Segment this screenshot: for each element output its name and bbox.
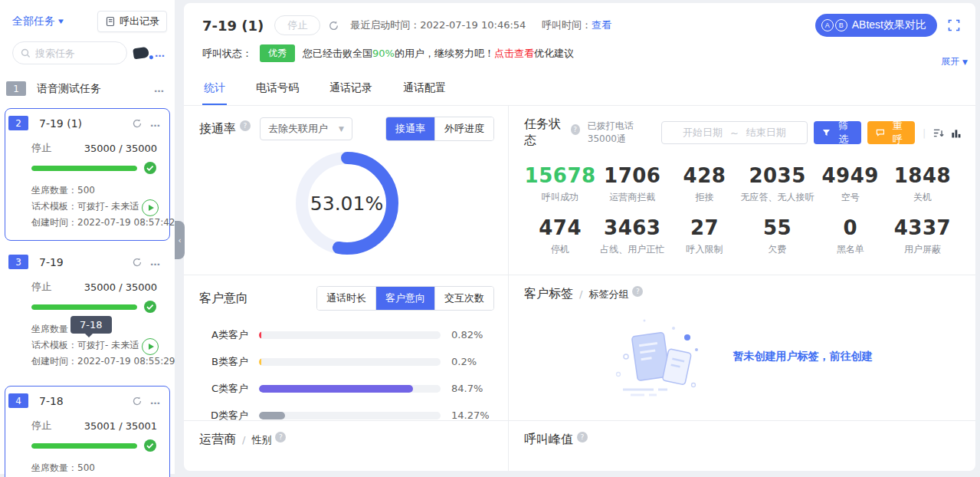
exclude-lost-users-dropdown[interactable]: 去除失联用户 ▼: [260, 117, 352, 140]
task-card-3[interactable]: 3 7-19 … 停止 35000 / 35000 坐席数量：500: [5, 247, 170, 380]
info-icon[interactable]: ?: [240, 120, 251, 131]
task-more-menu[interactable]: …: [154, 83, 166, 94]
task-more-menu[interactable]: …: [150, 256, 162, 268]
task-progress-bar: [31, 304, 137, 310]
task-index-badge: 3: [8, 255, 28, 269]
callout-records-button[interactable]: 呼出记录: [97, 11, 167, 32]
task-template: 话术模板：可拨打- 未来适: [31, 199, 157, 215]
intention-toggle-group: 通话时长 客户意向 交互次数: [316, 286, 494, 311]
stat-carrier-block: 1706运营商拦截: [596, 164, 668, 204]
connect-rate-donut-chart: 53.01%: [199, 146, 494, 261]
task-card-4[interactable]: 4 7-18 … 停止 35001 / 35001 坐席数量：500: [5, 386, 170, 477]
toggle-customer-intention[interactable]: 客户意向: [375, 287, 434, 310]
carrier-title: 运营商: [199, 432, 236, 448]
bar-chart-icon[interactable]: [951, 127, 962, 139]
task-title: 语音测试任务: [37, 82, 154, 96]
chevron-down-icon: ▼: [962, 58, 968, 66]
last-start-label: 最近启动时间：: [350, 19, 420, 31]
task-more-menu[interactable]: …: [150, 117, 162, 129]
refresh-icon[interactable]: [328, 20, 339, 31]
call-status-label: 呼叫状态：: [202, 47, 252, 61]
date-range-picker[interactable]: 开始日期 ~ 结束日期: [661, 121, 808, 144]
task-item-1[interactable]: 1 语音测试任务 …: [0, 72, 175, 105]
status-text: 的用户，继续努力吧！: [395, 47, 494, 61]
filter-button[interactable]: 筛选: [814, 121, 861, 144]
task-status-label: 停止: [31, 419, 51, 433]
status-text: 您已经击败全国: [303, 47, 372, 61]
task-seats: 坐席数量：500: [31, 460, 157, 476]
help-icon[interactable]: ?: [275, 432, 286, 442]
stat-no-answer: 2035无应答、无人接听: [741, 164, 814, 204]
date-separator: ~: [730, 127, 739, 139]
tab-phone-numbers[interactable]: 电话号码: [254, 71, 300, 105]
optimize-link[interactable]: 点击查看: [494, 47, 534, 61]
refresh-icon[interactable]: [132, 257, 143, 268]
task-progress-count: 35001 / 35001: [84, 420, 157, 432]
empty-docs-illustration: [614, 314, 713, 399]
sidebar-more-menu[interactable]: …: [155, 48, 166, 59]
task-tooltip: 7-18: [70, 316, 112, 334]
task-status-section: 任务状态 ? 已拨打电话35000通 开始日期 ~ 结束日期 筛选: [509, 106, 975, 275]
gender-link[interactable]: 性别: [251, 433, 271, 447]
help-icon[interactable]: ?: [577, 432, 588, 442]
help-icon[interactable]: ?: [632, 286, 643, 297]
customer-intention-section: 客户意向 通话时长 客户意向 交互次数 A类客户 0.82%: [184, 275, 509, 420]
all-tasks-filter[interactable]: 全部任务 ▼: [12, 15, 64, 28]
call-time-view-link[interactable]: 查看: [592, 19, 611, 31]
chevron-down-icon: ▼: [58, 18, 64, 25]
stat-busy: 3463占线、用户正忙: [596, 216, 668, 256]
chevron-down-icon: ▼: [339, 125, 344, 133]
date-end-placeholder: 结束日期: [746, 126, 786, 140]
bar-row-c: C类客户 84.7%: [199, 375, 494, 402]
refresh-icon[interactable]: [132, 396, 143, 406]
abtest-compare-button[interactable]: AB ABtest效果对比: [815, 14, 937, 37]
sort-list-icon[interactable]: [933, 127, 945, 139]
toggle-outbound-progress[interactable]: 外呼进度: [434, 117, 493, 140]
task-search-input[interactable]: [35, 48, 112, 59]
help-icon[interactable]: ?: [571, 124, 580, 135]
toggle-call-duration[interactable]: 通话时长: [317, 287, 375, 310]
stat-inbound-limit: 27呼入限制: [668, 216, 740, 256]
tab-call-records[interactable]: 通话记录: [328, 71, 374, 105]
connect-rate-value: 53.01%: [310, 192, 383, 215]
tag-group-link[interactable]: 标签分组: [588, 288, 628, 301]
task-index-badge: 1: [6, 81, 26, 96]
stop-button[interactable]: 停止: [274, 15, 320, 35]
task-index-badge: 4: [8, 393, 28, 408]
call-peak-title: 呼叫峰值: [524, 432, 573, 448]
app-root: 全部任务 ▼ 呼出记录 … 1 语音测试任务 … 2 7-1: [0, 0, 980, 477]
tab-statistics[interactable]: 统计: [202, 71, 227, 105]
ab-icon: AB: [821, 19, 847, 31]
task-index-badge: 2: [8, 116, 28, 130]
create-tags-link[interactable]: 暂未创建用户标签，前往创建: [733, 350, 873, 364]
fullscreen-icon[interactable]: [948, 19, 960, 31]
toggle-connect-rate[interactable]: 接通率: [386, 117, 434, 140]
task-title: 7-19 (1): [39, 117, 132, 130]
abtest-label: ABtest效果对比: [852, 18, 926, 32]
tab-call-config[interactable]: 通话配置: [402, 71, 447, 105]
status-text: 优化建议: [534, 47, 574, 61]
expand-link[interactable]: 展开 ▼: [941, 55, 968, 68]
play-button[interactable]: [142, 338, 159, 355]
play-button[interactable]: [142, 199, 159, 216]
call-records-icon: [105, 16, 116, 27]
task-search-box[interactable]: [12, 41, 127, 64]
main-tabs: 统计 电话号码 通话记录 通话配置: [184, 71, 975, 106]
stat-arrears: 55欠费: [741, 216, 814, 256]
task-progress-bar: [31, 166, 137, 171]
toggle-interaction-count[interactable]: 交互次数: [434, 287, 493, 310]
status-percent: 90%: [372, 48, 395, 59]
task-title: 7-19: [39, 256, 132, 268]
task-card-2[interactable]: 2 7-19 (1) … 停止 35000 / 35000 坐席数量：500: [5, 108, 170, 241]
customer-tags-section: 客户标签 / 标签分组 ?: [509, 275, 975, 420]
complete-check-icon: [143, 439, 157, 452]
call-time-label: 呼叫时间：: [542, 19, 592, 31]
recall-button[interactable]: 重呼: [867, 121, 915, 144]
connect-rate-title: 接通率: [199, 121, 236, 137]
filter-ink-icon[interactable]: [133, 47, 149, 60]
task-more-menu[interactable]: …: [150, 395, 162, 406]
sidebar-collapse-handle[interactable]: ‹: [175, 221, 185, 259]
refresh-icon[interactable]: [132, 118, 143, 129]
search-icon: [21, 48, 31, 58]
main-panel: 7-19 (1) 停止 最近启动时间：2022-07-19 10:46:54 呼…: [184, 3, 975, 471]
